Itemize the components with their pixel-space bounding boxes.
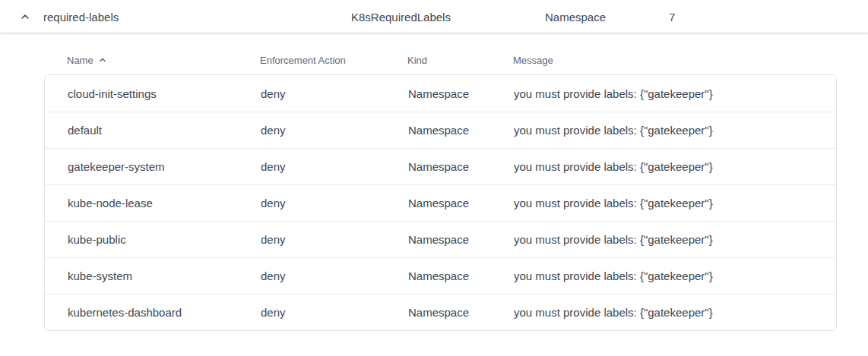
violation-kind: Namespace <box>408 124 514 137</box>
violation-kind: Namespace <box>408 233 514 246</box>
constraint-template-kind: K8sRequiredLabels <box>351 10 451 23</box>
violation-enforcement-action: deny <box>261 197 408 210</box>
violation-name: gatekeeper-system <box>68 160 261 173</box>
violations-table-header: Name Enforcement Action Kind Message <box>44 46 837 74</box>
violation-message: you must provide labels: {"gatekeeper"} <box>514 269 813 282</box>
violation-row: kube-node-lease deny Namespace you must … <box>45 184 836 221</box>
violation-row: kube-system deny Namespace you must prov… <box>45 257 836 294</box>
column-header-message: Message <box>513 55 814 66</box>
violation-row: default deny Namespace you must provide … <box>45 112 836 148</box>
column-header-enforcement-action: Enforcement Action <box>260 55 407 66</box>
violation-enforcement-action: deny <box>261 124 408 137</box>
violation-enforcement-action: deny <box>261 306 408 319</box>
violations-table: Name Enforcement Action Kind Message clo… <box>44 46 837 331</box>
violation-enforcement-action: deny <box>261 87 408 100</box>
chevron-up-icon <box>19 11 31 23</box>
violation-enforcement-action: deny <box>261 269 408 282</box>
violation-message: you must provide labels: {"gatekeeper"} <box>514 306 813 319</box>
violation-message: you must provide labels: {"gatekeeper"} <box>514 233 813 246</box>
violation-name: kube-system <box>68 269 261 282</box>
violation-enforcement-action: deny <box>261 233 408 246</box>
violation-row: kube-public deny Namespace you must prov… <box>45 221 836 257</box>
violation-enforcement-action: deny <box>261 160 408 173</box>
column-header-name[interactable]: Name <box>67 55 260 66</box>
violation-name: cloud-init-settings <box>68 87 261 100</box>
violation-row: cloud-init-settings deny Namespace you m… <box>45 75 836 112</box>
violation-kind: Namespace <box>408 197 514 210</box>
constraint-violations-page: required-labels K8sRequiredLabels Namesp… <box>0 0 868 356</box>
constraint-name: required-labels <box>43 10 119 23</box>
violation-row: gatekeeper-system deny Namespace you mus… <box>45 148 836 184</box>
violation-kind: Namespace <box>408 269 514 282</box>
violation-name: kube-node-lease <box>68 197 261 210</box>
column-header-kind: Kind <box>407 55 513 66</box>
violation-count: 7 <box>669 10 675 23</box>
violation-name: kube-public <box>68 233 261 246</box>
violation-message: you must provide labels: {"gatekeeper"} <box>514 87 813 100</box>
violation-message: you must provide labels: {"gatekeeper"} <box>514 160 813 173</box>
violation-name: kubernetes-dashboard <box>68 306 261 319</box>
violation-message: you must provide labels: {"gatekeeper"} <box>514 197 813 210</box>
violations-table-body: cloud-init-settings deny Namespace you m… <box>44 74 837 331</box>
constraint-panel-header[interactable]: required-labels K8sRequiredLabels Namesp… <box>0 0 868 33</box>
violation-kind: Namespace <box>408 160 514 173</box>
violation-kind: Namespace <box>408 306 514 319</box>
violation-name: default <box>68 124 261 137</box>
collapse-panel-button[interactable] <box>16 8 34 26</box>
violation-kind: Namespace <box>408 87 514 100</box>
violation-row: kubernetes-dashboard deny Namespace you … <box>45 294 836 330</box>
constraint-target-kind: Namespace <box>545 10 606 23</box>
violation-message: you must provide labels: {"gatekeeper"} <box>514 124 813 137</box>
sort-ascending-caret-icon <box>98 55 107 65</box>
